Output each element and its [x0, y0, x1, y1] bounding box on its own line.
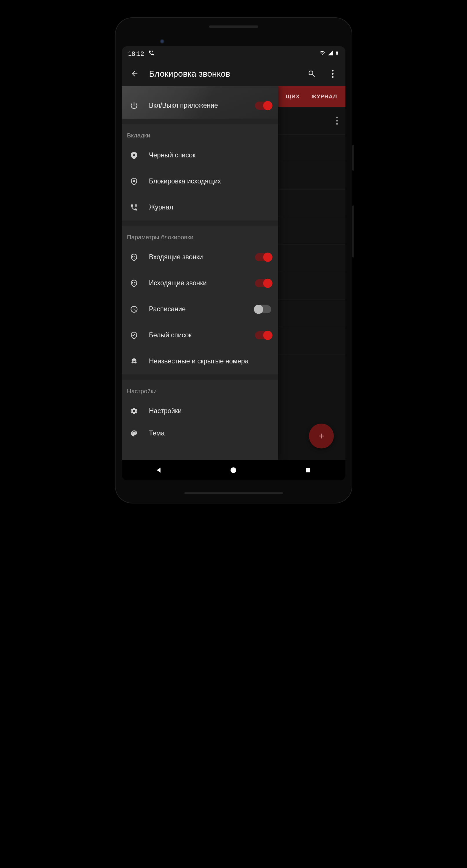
drawer-item-incoming[interactable]: Входящие звонки: [122, 244, 278, 270]
wifi-icon: [319, 50, 326, 58]
incognito-icon: [127, 357, 141, 365]
tab-partial[interactable]: ЩИХ: [286, 93, 300, 100]
list-item[interactable]: [276, 107, 345, 134]
svg-point-0: [231, 467, 237, 473]
tab-log[interactable]: ЖУРНАЛ: [311, 93, 337, 100]
incoming-switch[interactable]: [255, 253, 271, 261]
background-list: [276, 107, 345, 460]
drawer-item-log[interactable]: Журнал: [122, 194, 278, 220]
square-recent-icon: [305, 467, 311, 473]
fab-add-button[interactable]: [309, 424, 334, 448]
nav-home-button[interactable]: [227, 464, 240, 476]
navigation-drawer: Вкл/Выкл приложение Вкладки Черный списо…: [122, 86, 278, 460]
overflow-menu-button[interactable]: [326, 67, 339, 80]
drawer-item-power-toggle[interactable]: Вкл/Выкл приложение: [122, 93, 278, 119]
side-button-volume: [352, 206, 354, 257]
drawer-item-label: Настройки: [149, 407, 271, 415]
gear-icon: [127, 407, 141, 415]
drawer-section-settings: Настройки: [122, 380, 278, 398]
drawer-item-label: Журнал: [149, 203, 271, 212]
svg-rect-1: [306, 468, 310, 472]
list-item[interactable]: [276, 272, 345, 300]
bottom-speaker: [184, 492, 283, 494]
drawer-item-label: Тема: [149, 429, 271, 438]
battery-icon: [335, 50, 339, 58]
shield-check-icon: [127, 331, 141, 339]
more-vert-icon[interactable]: [336, 117, 338, 125]
outgoing-switch[interactable]: [255, 279, 271, 287]
whitelist-switch[interactable]: [255, 331, 271, 339]
clock-icon: [127, 305, 141, 313]
page-title: Блокировка звонков: [149, 69, 297, 79]
top-speaker: [209, 26, 258, 28]
phone-frame: 18:12 Блокировка звонков: [115, 18, 352, 503]
drawer-section-tabs: Вкладки: [122, 124, 278, 142]
app-bar: Блокировка звонков: [122, 61, 345, 86]
power-icon: [127, 101, 141, 110]
drawer-item-whitelist[interactable]: Белый список: [122, 322, 278, 348]
palette-icon: [127, 429, 141, 437]
front-camera: [160, 39, 165, 44]
more-vert-icon: [332, 70, 333, 78]
shield-incoming-icon: [127, 253, 141, 261]
search-button[interactable]: [305, 67, 318, 80]
circle-home-icon: [230, 466, 237, 474]
call-missed-icon: [148, 50, 155, 58]
drawer-item-outgoing[interactable]: Исходящие звонки: [122, 270, 278, 296]
side-button-power: [352, 145, 354, 171]
app-power-switch[interactable]: [255, 101, 271, 110]
list-item[interactable]: [276, 245, 345, 272]
shield-lock-outline-icon: [127, 177, 141, 185]
content-area: ЩИХ ЖУРНАЛ: [122, 86, 345, 460]
drawer-item-schedule[interactable]: Расписание: [122, 296, 278, 322]
drawer-item-label: Входящие звонки: [149, 253, 247, 261]
drawer-item-label: Белый список: [149, 331, 247, 340]
drawer-item-blacklist[interactable]: Черный список: [122, 142, 278, 168]
shield-lock-icon: [127, 151, 141, 159]
status-time: 18:12: [128, 50, 144, 58]
triangle-back-icon: [155, 466, 163, 474]
drawer-item-settings[interactable]: Настройки: [122, 398, 278, 424]
list-item[interactable]: [276, 300, 345, 327]
drawer-section-params: Параметры блокировки: [122, 226, 278, 244]
nav-back-button[interactable]: [153, 464, 165, 476]
drawer-item-unknown-hidden[interactable]: Неизвестные и скрытые номера: [122, 348, 278, 374]
drawer-item-label: Расписание: [149, 305, 247, 314]
drawer-item-label: Вкл/Выкл приложение: [149, 101, 247, 110]
list-item[interactable]: [276, 134, 345, 162]
drawer-item-block-outgoing[interactable]: Блокировка исходящих: [122, 168, 278, 194]
drawer-item-label: Черный список: [149, 151, 271, 160]
schedule-switch[interactable]: [255, 305, 271, 313]
drawer-item-label: Неизвестные и скрытые номера: [149, 357, 271, 366]
call-log-icon: [127, 204, 141, 212]
list-item[interactable]: [276, 189, 345, 217]
drawer-item-theme[interactable]: Тема: [122, 424, 278, 439]
shield-outgoing-icon: [127, 279, 141, 287]
list-item[interactable]: [276, 327, 345, 354]
drawer-item-label: Исходящие звонки: [149, 279, 247, 288]
list-item[interactable]: [276, 162, 345, 189]
back-button[interactable]: [128, 67, 141, 80]
drawer-item-label: Блокировка исходящих: [149, 177, 271, 186]
system-nav-bar: [122, 460, 345, 480]
screen: 18:12 Блокировка звонков: [122, 46, 345, 480]
nav-recent-button[interactable]: [302, 464, 314, 476]
list-item[interactable]: [276, 217, 345, 245]
status-bar: 18:12: [122, 46, 345, 61]
signal-icon: [327, 50, 333, 58]
plus-icon: [317, 432, 325, 440]
